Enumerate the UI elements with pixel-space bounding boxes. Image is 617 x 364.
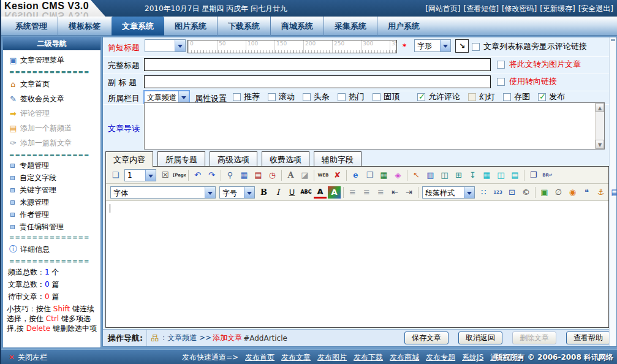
select-object-icon[interactable]: ↖ [410,169,423,181]
table-row-icon[interactable]: ▤ [509,169,521,181]
table-insert-icon[interactable]: ▦ [480,169,493,181]
br-icon[interactable]: BR↵ [541,169,554,181]
sidebar-item[interactable]: 责任编辑管理 [3,221,100,233]
content-tab[interactable]: 高级选项 [210,151,257,167]
align-center-icon[interactable]: ≡ [360,186,373,199]
font-style-icon[interactable]: A [284,169,297,181]
sidebar-item[interactable]: ➡ 评论管理 [3,106,100,121]
sidebar-item[interactable]: 自定义字段 [3,172,100,184]
checkbox[interactable] [268,93,276,101]
dropdown-arrow-icon[interactable] [205,187,215,198]
attribute-option[interactable]: 存图 [503,91,530,102]
sidebar-item-detail-info[interactable]: ⓘ 详细信息 [3,242,100,257]
clock-icon[interactable]: ◷ [266,169,279,181]
insert-row-icon[interactable]: ↧ [466,169,479,181]
action-button[interactable]: 保存文章 [404,332,449,344]
flash-icon[interactable]: ∅ [552,186,565,199]
unlink-icon[interactable]: ✘ [331,169,344,181]
header-link[interactable]: [安全退出] [578,4,613,13]
action-button[interactable]: 删除文章 [512,332,556,344]
sidebar-item[interactable]: 来源管理 [3,196,100,208]
sidebar-item[interactable]: ✑ 添加一篇新文章 [3,135,100,150]
dropdown-arrow-icon[interactable] [440,40,450,51]
quick-publish-link[interactable]: 发布图片 [317,353,347,362]
paste-word-icon[interactable]: ❒ [363,169,376,181]
redirect-option[interactable]: 使用转向链接 [497,76,557,87]
bold-icon[interactable]: B [257,186,270,199]
highlight-color-icon[interactable]: A [328,186,341,199]
blockquote-icon[interactable]: ⊡ [505,186,518,199]
comment-link-option[interactable]: 文章列表标题旁显示评论链接 [472,41,587,52]
attribute-option[interactable]: 热门 [338,91,365,102]
sidebar-item[interactable]: 专题管理 [3,159,100,172]
quick-publish-link[interactable]: 发布首页 [245,353,274,362]
dropdown-arrow-icon[interactable] [244,187,254,198]
dropdown-arrow-icon[interactable] [145,170,156,181]
redo-icon[interactable]: ↷ [205,169,218,181]
delete-page-icon[interactable]: ☒ [159,169,172,181]
table-cell-icon[interactable]: ◫ [494,169,507,181]
doc-layout-icon[interactable]: ▤ [608,186,617,199]
quick-publish-link[interactable]: 发布下载 [354,353,383,362]
comment-icon[interactable]: ❝ [580,186,593,199]
header-link[interactable]: [更新缓存] [540,4,575,13]
content-tab[interactable]: 辅助字段 [314,151,361,167]
quick-publish-link[interactable]: 系统JS [462,353,483,362]
table-icon[interactable]: ▦ [238,169,251,181]
font-color-icon[interactable]: A [314,186,327,199]
bullet-list-icon[interactable]: ∷ [477,186,490,199]
media-player-icon[interactable]: ◉ [566,186,579,199]
dropdown-arrow-icon[interactable] [175,40,185,51]
new-page-icon[interactable]: ❏ [109,169,122,181]
merge-cell-icon[interactable]: ⊞ [452,169,465,181]
close-sidebar-button[interactable]: ✕关闭左栏 [9,352,47,363]
scroll-down-icon[interactable]: ▼ [596,140,604,149]
paste-icon[interactable]: ❐ [527,169,540,181]
quick-publish-link[interactable]: 发布商城 [390,353,419,362]
align-right-icon[interactable]: ≡ [374,186,387,199]
nav-tab[interactable]: 用户系统 [377,17,430,36]
sidebar-item[interactable]: 作者管理 [3,208,100,221]
underline-icon[interactable]: U [286,186,298,199]
checkbox[interactable] [373,93,380,101]
attribute-option[interactable]: 推荐 [233,91,260,102]
nav-tab[interactable]: 图片系统 [164,17,217,36]
undo-icon[interactable]: ↶ [191,169,204,181]
font-family-select[interactable]: 字体 [110,186,216,199]
nav-tab[interactable]: 模板标签 [58,17,111,36]
checkbox[interactable] [233,93,241,101]
quick-publish-link[interactable]: 发布文章 [281,353,311,362]
italic-icon[interactable]: I [271,186,284,199]
checkbox[interactable] [503,93,511,101]
action-button[interactable]: 查看帮助 [566,332,610,344]
attribute-option[interactable]: 幻灯 [468,91,495,102]
web-link-icon[interactable]: WEB [317,169,330,181]
sidebar-item-article-menu[interactable]: ▣ 文章管理菜单 [3,53,100,67]
attribute-option[interactable]: 允许评论 [417,91,460,102]
page-break-icon[interactable]: [Page] [173,169,186,181]
sidebar-item[interactable]: 关键字管理 [3,184,100,196]
special-char-icon[interactable]: © [520,186,532,199]
content-tab[interactable]: 文章内容 [105,151,153,167]
dropdown-arrow-icon[interactable] [464,187,474,198]
quick-publish-link[interactable]: 发布专题 [426,353,455,362]
split-cell-icon[interactable]: ◫ [438,169,451,181]
align-left-icon[interactable]: ≡ [346,186,359,199]
font-size-select[interactable]: 字号 [219,186,255,199]
preview-icon[interactable]: ⚲ [224,169,237,181]
nav-tab[interactable]: 采集系统 [324,17,377,36]
checkbox[interactable] [497,61,505,69]
nav-tab[interactable]: 商城系统 [270,17,324,36]
add-article-link[interactable]: 添加文章 [213,333,242,343]
scrollbar-thumb[interactable] [611,39,615,41]
attribute-option[interactable]: 头条 [303,91,330,102]
nav-tab[interactable]: 文章系统 [112,17,164,36]
attribute-option[interactable]: 滚动 [268,91,295,102]
calendar-icon[interactable]: ▤ [252,169,265,181]
diagonal-arrow-icon[interactable]: ↘ [455,39,469,53]
anchor-icon[interactable]: ⚓ [594,186,607,199]
checkbox[interactable] [538,93,546,101]
font-shape-select[interactable]: 字形 [414,39,451,52]
header-link[interactable]: [修改密码] [502,4,537,13]
strikethrough-icon[interactable]: ABC [300,186,312,199]
